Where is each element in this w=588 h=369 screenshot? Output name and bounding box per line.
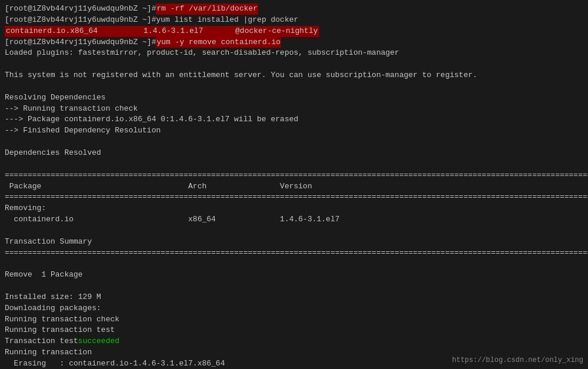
table-data-row: containerd.io x86_64 1.4.6-3.1.el7 xyxy=(5,214,583,225)
terminal: [root@iZ8vb44rvj11y6uwdqu9nbZ ~]# rm -rf… xyxy=(0,0,588,369)
table-divider: ========================================… xyxy=(5,192,583,203)
text-before: Transaction test xyxy=(5,336,78,347)
terminal-line: Running transaction test xyxy=(5,325,583,336)
terminal-line: Resolving Dependencies xyxy=(5,92,583,104)
terminal-line: Downloading packages: xyxy=(5,303,583,314)
highlighted-row: containerd.io.x86_64 1.4.6-3.1.el7 @dock… xyxy=(5,26,583,37)
mixed-line: Transaction test succeeded xyxy=(5,336,583,347)
terminal-line: ---> Package containerd.io.x86_64 0:1.4.… xyxy=(5,114,583,125)
terminal-line: Installed size: 129 M xyxy=(5,292,583,303)
terminal-line: Dependencies Resolved xyxy=(5,148,583,159)
shell-prompt: [root@iZ8vb44rvj11y6uwdqu9nbZ ~]# xyxy=(5,37,156,48)
terminal-line: Running transaction check xyxy=(5,314,583,325)
table-header-row: Package Arch Version xyxy=(5,181,583,192)
table-divider: ========================================… xyxy=(5,170,583,181)
row-highlight-content: containerd.io.x86_64 1.4.6-3.1.el7 @dock… xyxy=(5,26,319,37)
terminal-line: This system is not registered with an en… xyxy=(5,70,583,81)
terminal-line: --> Running transaction check xyxy=(5,104,583,115)
shell-command: yum list installed |grep docker xyxy=(156,15,298,26)
command-line: [root@iZ8vb44rvj11y6uwdqu9nbZ ~]# yum -y… xyxy=(5,37,583,48)
shell-prompt: [root@iZ8vb44rvj11y6uwdqu9nbZ ~]# xyxy=(5,15,156,26)
terminal-content: [root@iZ8vb44rvj11y6uwdqu9nbZ ~]# rm -rf… xyxy=(5,4,583,369)
terminal-line: Transaction Summary xyxy=(5,237,583,248)
watermark: https://blog.csdn.net/only_xing xyxy=(452,356,583,364)
terminal-line: Remove 1 Package xyxy=(5,270,583,281)
command-line: [root@iZ8vb44rvj11y6uwdqu9nbZ ~]# yum li… xyxy=(5,15,583,26)
command-line: [root@iZ8vb44rvj11y6uwdqu9nbZ ~]# rm -rf… xyxy=(5,4,583,15)
text-green-success: succeeded xyxy=(78,336,119,347)
terminal-line: Removing: xyxy=(5,203,583,214)
terminal-line: Loaded plugins: fastestmirror, product-i… xyxy=(5,48,583,59)
shell-command: rm -rf /var/lib/docker xyxy=(156,4,258,15)
shell-command: yum -y remove containerd.io xyxy=(156,37,281,48)
terminal-line: --> Finished Dependency Resolution xyxy=(5,125,583,137)
shell-prompt: [root@iZ8vb44rvj11y6uwdqu9nbZ ~]# xyxy=(5,4,156,15)
table-divider: ========================================… xyxy=(5,248,583,259)
